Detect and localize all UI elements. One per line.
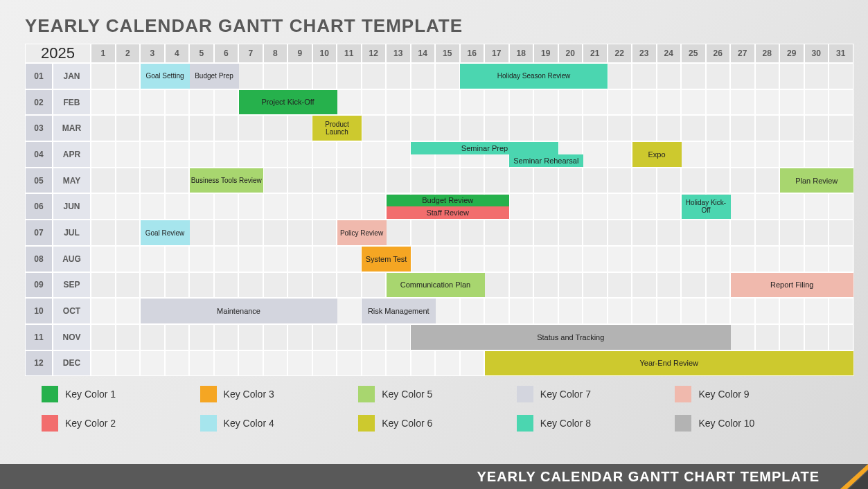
month-number: 11 xyxy=(25,324,53,350)
grid-cell xyxy=(632,63,657,89)
grid-cell xyxy=(263,246,288,272)
grid-cell xyxy=(91,272,116,299)
grid-cell xyxy=(829,324,853,350)
grid-cell xyxy=(804,350,829,377)
grid-cell xyxy=(484,350,509,377)
grid-cell xyxy=(632,298,657,324)
grid-cell xyxy=(681,246,706,272)
grid-cell xyxy=(681,193,706,220)
grid-cell xyxy=(116,89,141,116)
grid-cell xyxy=(509,350,534,377)
month-label: JAN xyxy=(53,63,91,89)
grid-cell xyxy=(657,246,682,272)
grid-cell xyxy=(165,63,190,89)
day-header: 4 xyxy=(165,44,190,63)
grid-cell xyxy=(189,220,214,246)
day-header: 11 xyxy=(337,44,362,63)
grid-cell xyxy=(804,193,829,220)
grid-cell xyxy=(214,89,239,116)
legend-swatch xyxy=(517,415,533,432)
grid-cell xyxy=(829,298,853,324)
grid-cell xyxy=(116,298,141,324)
grid-cell xyxy=(533,350,558,377)
grid-cell xyxy=(558,168,583,194)
grid-cell xyxy=(140,89,165,116)
grid-cell xyxy=(779,246,804,272)
grid-cell xyxy=(116,220,141,246)
grid-cell xyxy=(165,168,190,194)
legend-label: Key Color 8 xyxy=(540,418,591,429)
grid-cell xyxy=(140,246,165,272)
grid-cell xyxy=(608,350,632,377)
grid-cell xyxy=(608,220,632,246)
grid-cell xyxy=(287,298,312,324)
grid-cell xyxy=(362,89,387,116)
grid-cell xyxy=(657,220,682,246)
legend-label: Key Color 6 xyxy=(382,418,432,429)
grid-cell xyxy=(706,324,731,350)
grid-cell xyxy=(608,298,632,324)
day-header: 15 xyxy=(435,44,460,63)
grid-cell xyxy=(657,272,682,299)
grid-cell xyxy=(484,272,509,299)
grid-cell xyxy=(779,168,804,194)
grid-cell xyxy=(287,220,312,246)
grid-cell xyxy=(189,246,214,272)
grid-cell xyxy=(730,298,755,324)
grid-cell xyxy=(706,115,731,141)
grid-cell xyxy=(804,298,829,324)
grid-cell xyxy=(829,350,853,377)
day-header: 31 xyxy=(829,44,853,63)
grid-cell xyxy=(337,168,362,194)
grid-cell xyxy=(435,168,460,194)
grid-cell xyxy=(608,324,632,350)
grid-cell xyxy=(558,324,583,350)
grid-cell xyxy=(681,220,706,246)
grid-cell xyxy=(312,272,337,299)
grid-cell xyxy=(411,298,436,324)
grid-cell xyxy=(140,272,165,299)
grid-cell xyxy=(632,141,657,168)
grid-cell xyxy=(362,350,387,377)
grid-cell xyxy=(189,168,214,194)
grid-cell xyxy=(755,324,780,350)
grid-cell xyxy=(706,220,731,246)
grid-cell xyxy=(140,324,165,350)
grid-cell xyxy=(116,115,141,141)
grid-cell xyxy=(558,141,583,168)
grid-cell xyxy=(140,141,165,168)
grid-cell xyxy=(779,193,804,220)
grid-cell xyxy=(165,350,190,377)
grid-cell xyxy=(583,298,608,324)
grid-cell xyxy=(509,272,534,299)
footer-title: YEARLY CALENDAR GANTT CHART TEMPLATE xyxy=(477,469,820,485)
day-header: 17 xyxy=(484,44,509,63)
grid-cell xyxy=(312,63,337,89)
grid-cell xyxy=(214,168,239,194)
grid-cell xyxy=(681,141,706,168)
grid-cell xyxy=(804,324,829,350)
grid-cell xyxy=(214,324,239,350)
grid-cell xyxy=(509,298,534,324)
grid-cell xyxy=(509,246,534,272)
grid-cell xyxy=(386,272,411,299)
day-header: 18 xyxy=(509,44,534,63)
grid-cell xyxy=(657,89,682,116)
grid-cell xyxy=(263,89,288,116)
grid-cell xyxy=(140,168,165,194)
grid-cell xyxy=(706,298,731,324)
month-label: DEC xyxy=(53,350,91,377)
grid-cell xyxy=(829,141,853,168)
grid-cell xyxy=(189,350,214,377)
grid-cell xyxy=(140,193,165,220)
grid-cell xyxy=(312,246,337,272)
grid-cell xyxy=(558,89,583,116)
day-header: 29 xyxy=(779,44,804,63)
grid-cell xyxy=(214,220,239,246)
grid-cell xyxy=(608,168,632,194)
grid-cell xyxy=(632,89,657,116)
grid-cell xyxy=(238,220,263,246)
grid-cell xyxy=(583,246,608,272)
grid-cell xyxy=(116,272,141,299)
grid-cell xyxy=(730,89,755,116)
